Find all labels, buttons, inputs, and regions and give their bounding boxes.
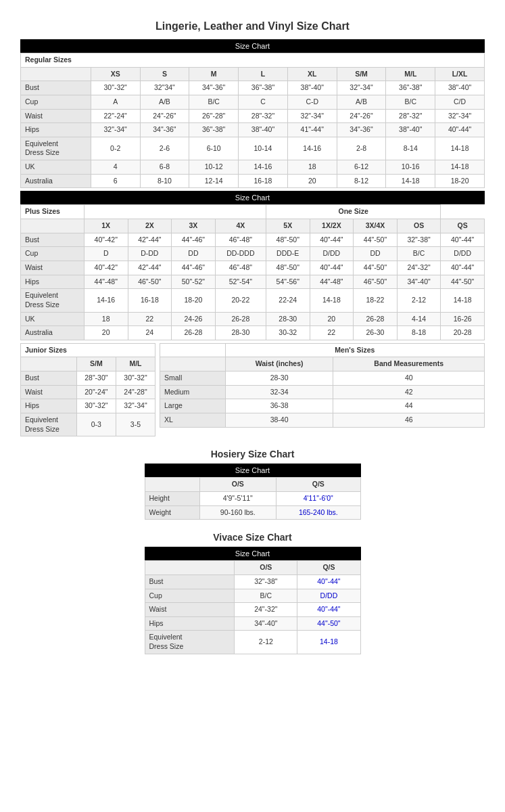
vivace-col-qs: Q/S xyxy=(297,561,360,575)
regular-col-m: M xyxy=(189,67,239,81)
regular-cell: 14-16 xyxy=(287,137,337,160)
plus-cell: 26-28 xyxy=(172,326,216,340)
mens-waist-cell: 38-40 xyxy=(225,413,333,428)
plus-cell: 20 xyxy=(84,326,128,340)
plus-cell: 14-18 xyxy=(441,289,485,312)
regular-cell: 38"-40" xyxy=(239,123,288,137)
plus-cell: 44"-50" xyxy=(354,233,398,247)
regular-cell: 30"-32" xyxy=(91,81,140,95)
plus-section-label: Plus Sizes xyxy=(21,205,85,219)
regular-row-label: Australia xyxy=(21,174,91,188)
regular-row-label: Equivelent Dress Size xyxy=(21,137,91,160)
mens-col-size-label xyxy=(160,343,226,357)
plus-cell: 30-32 xyxy=(266,326,310,340)
plus-cell: 16-26 xyxy=(441,312,485,326)
mens-size-cell: Large xyxy=(160,399,226,413)
plus-cell: D/DD xyxy=(441,247,485,261)
regular-cell: 20 xyxy=(287,174,337,188)
plus-cell: 14-18 xyxy=(310,289,354,312)
regular-cell: 32"-34" xyxy=(287,109,337,123)
mens-band-cell: 42 xyxy=(333,385,485,399)
vivace-cell: 40"-44" xyxy=(297,603,360,617)
regular-cell: 8-14 xyxy=(386,137,435,160)
plus-cell: 46"-48" xyxy=(215,261,266,275)
regular-cell: 28"-32" xyxy=(386,109,435,123)
regular-cell: 6-12 xyxy=(337,160,386,175)
plus-cell: DD xyxy=(172,247,216,261)
mens-size-cell: Medium xyxy=(160,385,226,399)
plus-cell: 42"-44" xyxy=(128,233,172,247)
regular-col-label xyxy=(21,67,91,81)
vivace-cell: 34"-40" xyxy=(235,616,297,631)
junior-cell: 3-5 xyxy=(116,413,155,436)
mens-wrapper: Men's Sizes Waist (inches) Band Measurem… xyxy=(160,343,485,436)
regular-cell: C-D xyxy=(287,95,337,109)
plus-row-label: Equivelent Dress Size xyxy=(21,289,85,312)
mens-band-cell: 40 xyxy=(333,371,485,386)
junior-col-label xyxy=(21,357,77,371)
regular-sizes-table: Regular Sizes XS S M L XL S/M M/L L/XL B… xyxy=(20,53,485,188)
plus-cell: 20-28 xyxy=(441,326,485,340)
mens-size-cell: Small xyxy=(160,371,226,386)
regular-cell: 10-16 xyxy=(386,160,435,175)
regular-cell: 12-14 xyxy=(189,174,239,188)
regular-col-s: S xyxy=(140,67,189,81)
plus-col-1x2x: 1X/2X xyxy=(310,219,354,233)
mens-band-col: Band Measurements xyxy=(333,357,485,371)
hosiery-row-label: Weight xyxy=(145,505,199,520)
junior-col-ml: M/L xyxy=(116,357,155,371)
hosiery-cell: 4'9"-5'11" xyxy=(199,491,276,505)
regular-sizes-wrapper: Size Chart Regular Sizes XS S M L XL S/M… xyxy=(20,39,485,188)
regular-cell: C xyxy=(239,95,288,109)
plus-row-label: Hips xyxy=(21,275,85,289)
vivace-table: O/S Q/S Bust32"-38"40"-44"CupB/CD/DDWais… xyxy=(145,560,361,654)
junior-wrapper: Junior Sizes S/M M/L Bust28"-30"30"-32"W… xyxy=(20,343,155,436)
junior-cell: 0-3 xyxy=(76,413,116,436)
regular-cell: 26"-28" xyxy=(189,109,239,123)
regular-cell: 22"-24" xyxy=(91,109,140,123)
bottom-row: Junior Sizes S/M M/L Bust28"-30"30"-32"W… xyxy=(20,343,485,436)
plus-row-label: Waist xyxy=(21,261,85,275)
mens-waist-col: Waist (inches) xyxy=(225,357,333,371)
regular-cell: 24"-26" xyxy=(140,109,189,123)
hosiery-title: Hosiery Size Chart xyxy=(20,449,485,459)
junior-table: Junior Sizes S/M M/L Bust28"-30"30"-32"W… xyxy=(20,343,155,436)
plus-blank xyxy=(84,205,266,219)
regular-cell: 10-14 xyxy=(239,137,288,160)
regular-cell: 8-12 xyxy=(337,174,386,188)
regular-cell: 28"-32" xyxy=(239,109,288,123)
plus-cell: 8-18 xyxy=(397,326,441,340)
vivace-cell: 40"-44" xyxy=(297,574,360,589)
regular-cell: 14-18 xyxy=(435,160,485,175)
plus-cell: 32"-38" xyxy=(397,233,441,247)
junior-cell: 20"-24" xyxy=(76,385,116,399)
regular-cell: 32"-34" xyxy=(435,109,485,123)
regular-cell: 14-18 xyxy=(435,137,485,160)
plus-one-size-label: One Size xyxy=(266,205,440,219)
hosiery-cell: 90-160 lbs. xyxy=(199,505,276,520)
vivace-cell: 32"-38" xyxy=(235,574,297,589)
vivace-cell: 24"-32" xyxy=(235,603,297,617)
hosiery-cell: 4'11"-6'0" xyxy=(276,491,360,505)
junior-cell: 28"-30" xyxy=(76,371,116,386)
regular-cell: 0-2 xyxy=(91,137,140,160)
plus-cell: 14-16 xyxy=(84,289,128,312)
plus-sizes-table: Plus Sizes One Size 1X 2X 3X 4X 5X 1X/2X… xyxy=(20,204,485,340)
regular-cell: 34"-36" xyxy=(140,123,189,137)
plus-col-3x4x: 3X/4X xyxy=(354,219,398,233)
regular-col-lxl: L/XL xyxy=(435,67,485,81)
vivace-row-label: Waist xyxy=(145,603,235,617)
plus-cell: D/DD xyxy=(310,247,354,261)
mens-band-cell: 46 xyxy=(333,413,485,428)
plus-cell: 20-22 xyxy=(215,289,266,312)
plus-cell: D-DD xyxy=(128,247,172,261)
plus-cell: 44"-48" xyxy=(84,275,128,289)
regular-cell: 2-8 xyxy=(337,137,386,160)
regular-cell: 32"-34" xyxy=(337,81,386,95)
plus-sizes-wrapper: Size Chart Plus Sizes One Size 1X 2X 3X … xyxy=(20,191,485,340)
junior-cell: 24"-28" xyxy=(116,385,155,399)
regular-cell: 36"-38" xyxy=(386,81,435,95)
mens-size-label xyxy=(160,357,226,371)
regular-row-label: Hips xyxy=(21,123,91,137)
regular-cell: 38"-40" xyxy=(435,81,485,95)
